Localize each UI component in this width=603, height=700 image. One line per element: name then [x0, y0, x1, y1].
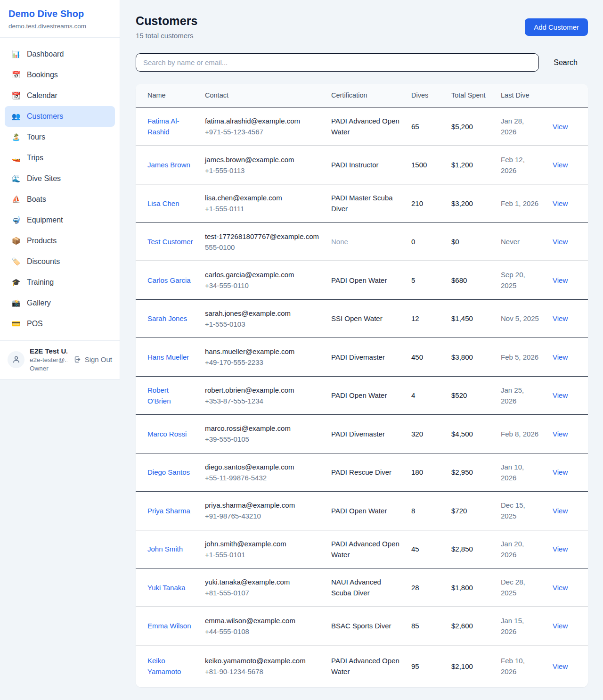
sidebar-item-bookings[interactable]: 📅 Bookings: [5, 65, 115, 85]
customer-name-link[interactable]: Sarah Jones: [147, 314, 187, 322]
customer-last-dive: Feb 1, 2026: [495, 184, 547, 223]
customer-phone: +39-555-0105: [205, 434, 320, 445]
sidebar-item-customers[interactable]: 👥 Customers: [5, 106, 115, 127]
view-customer-link[interactable]: View: [553, 353, 568, 361]
customer-phone: +34-555-0110: [205, 280, 320, 291]
sidebar-item-boats[interactable]: ⛵ Boats: [5, 189, 115, 210]
sidebar-item-equipment[interactable]: 🤿 Equipment: [5, 210, 115, 231]
customer-name-link[interactable]: Marco Rossi: [147, 430, 187, 438]
sidebar-item-discounts[interactable]: 🏷️ Discounts: [5, 251, 115, 272]
customer-phone: +1-555-0111: [205, 203, 320, 214]
customer-name-link[interactable]: Test Customer: [147, 238, 193, 246]
view-customer-link[interactable]: View: [553, 199, 568, 207]
customer-name-link[interactable]: Yuki Tanaka: [147, 584, 186, 592]
customer-name-link[interactable]: Keiko Yamamoto: [147, 657, 181, 675]
customer-certification: PADI Advanced Open Water: [326, 645, 406, 687]
app-root: Demo Dive Shop demo.test.divestreams.com…: [0, 0, 603, 687]
customer-name-link[interactable]: Lisa Chen: [147, 199, 179, 207]
user-role: Owner: [30, 365, 67, 372]
table-row: John Smith john.smith@example.com +1-555…: [136, 530, 588, 568]
search-input[interactable]: [136, 53, 539, 72]
customer-email: lisa.chen@example.com: [205, 192, 320, 203]
island-icon: 🏝️: [11, 133, 21, 141]
sidebar-item-label: Calendar: [27, 91, 57, 100]
customer-dives: 0: [406, 222, 446, 261]
shop-domain: demo.test.divestreams.com: [8, 23, 111, 30]
customer-total-spent: $4,500: [446, 415, 495, 453]
customer-last-dive: Sep 20, 2025: [495, 261, 547, 300]
sidebar-item-dashboard[interactable]: 📊 Dashboard: [5, 44, 115, 65]
table-row: Test Customer test-1772681807767@example…: [136, 222, 588, 261]
customer-total-spent: $2,600: [446, 607, 495, 645]
view-customer-link[interactable]: View: [553, 238, 568, 246]
view-customer-link[interactable]: View: [553, 161, 568, 169]
table-header-row: Name Contact Certification Dives Total S…: [136, 84, 588, 107]
customer-dives: 5: [406, 261, 446, 300]
view-customer-link[interactable]: View: [553, 507, 568, 515]
customer-name-link[interactable]: John Smith: [147, 545, 183, 553]
sign-out-button[interactable]: Sign Out: [73, 355, 113, 363]
customer-dives: 12: [406, 299, 446, 338]
customer-dives: 45: [406, 530, 446, 568]
customer-name-link[interactable]: Priya Sharma: [147, 507, 190, 515]
customer-dives: 85: [406, 607, 446, 645]
sidebar-item-label: POS: [27, 320, 43, 328]
sidebar-item-label: Customers: [27, 112, 63, 121]
customer-email: fatima.alrashid@example.com: [205, 115, 320, 126]
table-row: Lisa Chen lisa.chen@example.com +1-555-0…: [136, 184, 588, 223]
customer-name-link[interactable]: James Brown: [147, 161, 190, 169]
sidebar-item-tours[interactable]: 🏝️ Tours: [5, 127, 115, 148]
view-customer-link[interactable]: View: [553, 545, 568, 553]
customer-last-dive: Feb 5, 2026: [495, 338, 547, 377]
view-customer-link[interactable]: View: [553, 468, 568, 476]
view-customer-link[interactable]: View: [553, 123, 568, 131]
customer-phone: +1-555-0103: [205, 319, 320, 329]
sidebar-item-training[interactable]: 🎓 Training: [5, 272, 115, 293]
customer-last-dive: Feb 8, 2026: [495, 415, 547, 453]
sidebar-item-trips[interactable]: 🚤 Trips: [5, 148, 115, 168]
view-customer-link[interactable]: View: [553, 276, 568, 284]
customer-name-link[interactable]: Carlos Garcia: [147, 276, 191, 284]
view-customer-link[interactable]: View: [553, 391, 568, 399]
customer-phone: +81-90-1234-5678: [205, 666, 320, 677]
view-customer-link[interactable]: View: [553, 662, 568, 670]
customer-last-dive: Jan 10, 2026: [495, 453, 547, 492]
customer-email: carlos.garcia@example.com: [205, 269, 320, 280]
customer-name-link[interactable]: Hans Mueller: [147, 353, 189, 361]
customer-phone: +55-11-99876-5432: [205, 472, 320, 483]
customer-name-link[interactable]: Emma Wilson: [147, 622, 191, 630]
customers-table-card: Name Contact Certification Dives Total S…: [136, 84, 588, 687]
user-name: E2E Test U...: [30, 347, 67, 355]
customer-name-link[interactable]: Diego Santos: [147, 468, 190, 476]
customer-name-link[interactable]: Robert O'Brien: [147, 386, 171, 405]
customer-email: yuki.tanaka@example.com: [205, 576, 320, 587]
customer-last-dive: Jan 15, 2026: [495, 607, 547, 645]
add-customer-button[interactable]: Add Customer: [525, 18, 588, 36]
customer-dives: 95: [406, 645, 446, 687]
sidebar-item-calendar[interactable]: 📆 Calendar: [5, 85, 115, 106]
sidebar-item-pos[interactable]: 💳 POS: [5, 313, 115, 334]
customer-email: john.smith@example.com: [205, 538, 320, 549]
search-button[interactable]: Search: [552, 56, 579, 70]
customer-name-link[interactable]: Fatima Al-Rashid: [147, 117, 179, 136]
view-customer-link[interactable]: View: [553, 430, 568, 438]
sidebar-item-dive-sites[interactable]: 🌊 Dive Sites: [5, 168, 115, 189]
table-row: Sarah Jones sarah.jones@example.com +1-5…: [136, 299, 588, 338]
sidebar-item-products[interactable]: 📦 Products: [5, 231, 115, 251]
customer-phone: +81-555-0107: [205, 587, 320, 598]
customer-phone: +91-98765-43210: [205, 511, 320, 521]
column-header-certification: Certification: [326, 84, 406, 107]
brand: Demo Dive Shop demo.test.divestreams.com: [0, 0, 120, 38]
table-row: Marco Rossi marco.rossi@example.com +39-…: [136, 415, 588, 453]
table-row: Diego Santos diego.santos@example.com +5…: [136, 453, 588, 492]
customer-dives: 65: [406, 107, 446, 146]
view-customer-link[interactable]: View: [553, 622, 568, 630]
sidebar: Demo Dive Shop demo.test.divestreams.com…: [0, 0, 120, 379]
view-customer-link[interactable]: View: [553, 584, 568, 592]
sidebar-item-gallery[interactable]: 📸 Gallery: [5, 293, 115, 313]
customer-total-spent: $1,800: [446, 568, 495, 607]
view-customer-link[interactable]: View: [553, 314, 568, 322]
sailboat-icon: ⛵: [11, 195, 21, 204]
table-row: Hans Mueller hans.mueller@example.com +4…: [136, 338, 588, 377]
user-avatar-icon: [8, 351, 24, 368]
